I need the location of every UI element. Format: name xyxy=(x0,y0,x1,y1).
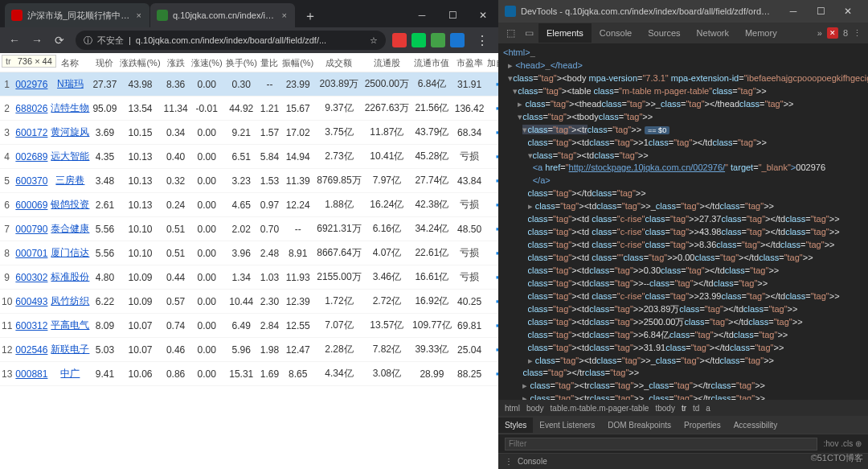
address-bar[interactable]: ⓘ 不安全 | q.10jqka.com.cn/index/index/boar… xyxy=(76,31,386,50)
tab-styles[interactable]: Styles xyxy=(498,418,533,433)
add-favorite-button[interactable]: ✚ xyxy=(496,223,498,236)
table-row[interactable]: 11600312平高电气8.0910.070.740.006.492.8412.… xyxy=(0,314,498,338)
reload-button[interactable]: ⟳ xyxy=(50,34,69,47)
close-icon[interactable]: × xyxy=(137,10,141,20)
browser-tab-1[interactable]: 沪深市场_同花顺行情中心_同花 × xyxy=(5,3,149,27)
ext-icon-1[interactable] xyxy=(392,33,407,47)
dom-line[interactable]: class="tag"><td class="c-rise"class="tag… xyxy=(503,290,863,303)
dt-minimize[interactable]: ─ xyxy=(780,6,807,17)
table-row[interactable]: 8000701厦门信达5.5610.100.510.003.962.488.91… xyxy=(0,241,498,265)
dom-line[interactable]: class="tag"></trclass="tag">> xyxy=(503,367,863,380)
dom-line[interactable]: class="tag"><td class="c-rise"class="tag… xyxy=(503,239,863,252)
dom-line[interactable]: ▾class="tag"><table class="m-table m-pag… xyxy=(503,85,863,98)
dom-line[interactable]: class="tag"><td class="c-rise"class="tag… xyxy=(503,226,863,239)
stock-code-link[interactable]: 600172 xyxy=(15,127,47,138)
stock-name-link[interactable]: N瑞玛 xyxy=(57,78,84,89)
stock-code-link[interactable]: 002976 xyxy=(15,79,47,90)
dom-line[interactable]: ▸ class="tag"><trclass="tag">>_class="ta… xyxy=(503,393,863,400)
dt-close[interactable]: ✕ xyxy=(834,6,862,17)
crumb-item[interactable]: tbody xyxy=(655,404,674,413)
stock-code-link[interactable]: 688026 xyxy=(15,103,47,114)
tab-accessibility[interactable]: Accessibility xyxy=(727,418,784,433)
add-favorite-button[interactable]: ✚ xyxy=(496,368,498,381)
col-header[interactable]: 量比 xyxy=(259,55,280,72)
browser-menu-button[interactable]: ⋮ xyxy=(471,33,493,48)
table-row[interactable]: 1002976N瑞玛27.3743.988.360.000.30--23.992… xyxy=(0,72,498,97)
table-row[interactable]: 2688026洁特生物95.0913.5411.34-0.0144.921.21… xyxy=(0,97,498,121)
stock-name-link[interactable]: 厦门信达 xyxy=(51,247,89,258)
dom-line[interactable]: ▸ class="tag"><theadclass="tag">>_class=… xyxy=(503,98,863,111)
error-count-badge[interactable]: ✕ xyxy=(827,27,838,39)
stock-name-link[interactable]: 凤竹纺织 xyxy=(51,295,89,306)
ext-icon-3[interactable] xyxy=(431,33,445,47)
add-favorite-button[interactable]: ✚ xyxy=(496,319,498,332)
table-row[interactable]: 9600302标准股份4.8010.090.440.001.341.0311.9… xyxy=(0,265,498,290)
dom-line[interactable]: class="tag"><tdclass="tag">>--class="tag… xyxy=(503,278,863,290)
stock-code-link[interactable]: 002546 xyxy=(15,344,47,356)
stock-name-link[interactable]: 洁特生物 xyxy=(51,102,89,113)
stock-name-link[interactable]: 远大智能 xyxy=(51,150,89,162)
col-header[interactable]: 流通市值 xyxy=(411,55,453,72)
console-drawer-toggle[interactable]: ⋮ xyxy=(505,457,513,466)
add-favorite-button[interactable]: ✚ xyxy=(496,199,498,212)
dom-line[interactable]: <a href="http://stockpage.10jqka.com.cn/… xyxy=(503,162,863,175)
stock-name-link[interactable]: 银鸽投资 xyxy=(51,199,89,210)
styles-filter-input[interactable] xyxy=(505,438,817,450)
table-row[interactable]: 6600069银鸽投资2.6110.130.240.004.650.9712.2… xyxy=(0,193,498,217)
stock-code-link[interactable]: 600069 xyxy=(15,200,47,211)
col-header[interactable]: 涨跌幅(%) xyxy=(118,55,162,72)
tab-console[interactable]: Console xyxy=(592,23,640,43)
dom-line[interactable]: class="tag"><td class=""class="tag">>0.0… xyxy=(503,252,863,265)
add-favorite-button[interactable]: ✚ xyxy=(496,247,498,260)
dom-line[interactable]: class="tag"><tdclass="tag">>0.30class="t… xyxy=(503,265,863,278)
dom-line[interactable]: </a> xyxy=(503,175,863,187)
stock-name-link[interactable]: 平高电气 xyxy=(51,319,89,331)
col-header[interactable]: 加自选 xyxy=(485,55,498,72)
tab-more[interactable]: » xyxy=(817,28,822,38)
stock-code-link[interactable]: 600302 xyxy=(15,272,47,283)
col-header[interactable]: 现价 xyxy=(91,55,118,72)
stock-code-link[interactable]: 600312 xyxy=(15,320,47,331)
tab-network[interactable]: Network xyxy=(689,23,737,43)
info-icon[interactable]: ⓘ xyxy=(84,35,92,47)
device-toolbar-icon[interactable]: ▭ xyxy=(520,27,538,39)
crumb-item[interactable]: body xyxy=(526,404,544,413)
dom-line[interactable]: class="tag"><td class="c-rise"class="tag… xyxy=(503,213,863,226)
inspect-element-icon[interactable]: ⬚ xyxy=(502,27,520,39)
add-favorite-button[interactable]: ✚ xyxy=(496,344,498,356)
table-row[interactable]: 7000790泰合健康5.5610.100.510.002.020.70--69… xyxy=(0,217,498,241)
dom-line[interactable]: class="tag"><tdclass="tag">>6.84亿class="… xyxy=(503,329,863,342)
add-favorite-button[interactable]: ✚ xyxy=(496,271,498,284)
stock-code-link[interactable]: 000790 xyxy=(15,224,47,235)
col-header[interactable]: 振幅(%) xyxy=(280,55,315,72)
tab-dom-breakpoints[interactable]: DOM Breakpoints xyxy=(601,418,678,433)
tab-memory[interactable]: Memory xyxy=(737,23,785,43)
stock-name-link[interactable]: 中广 xyxy=(60,368,80,379)
table-row[interactable]: 12002546新联电子5.0310.070.460.005.961.9812.… xyxy=(0,338,498,362)
stock-code-link[interactable]: 000881 xyxy=(15,368,47,380)
tab-event-listeners[interactable]: Event Listeners xyxy=(533,418,601,433)
tab-properties[interactable]: Properties xyxy=(678,418,727,433)
back-button[interactable]: ← xyxy=(5,34,24,47)
close-button[interactable]: ✕ xyxy=(468,3,498,27)
dom-line[interactable]: ▸ class="tag"><trclass="tag">>_class="ta… xyxy=(503,380,863,393)
minimize-button[interactable]: ─ xyxy=(407,3,437,27)
dt-maximize[interactable]: ☐ xyxy=(807,6,834,17)
dom-line[interactable]: class="tag"><tdclass="tag">>1class="tag"… xyxy=(503,137,863,150)
crumb-item[interactable]: td xyxy=(693,404,699,413)
add-favorite-button[interactable]: ✚ xyxy=(496,295,498,308)
add-favorite-button[interactable]: ✚ xyxy=(496,102,498,115)
new-tab-button[interactable]: ＋ xyxy=(299,5,321,27)
dom-line[interactable]: ▸ class="tag"><tdclass="tag">>_class="ta… xyxy=(503,200,863,213)
table-row[interactable]: 5600370三房巷3.4810.130.320.003.231.5311.39… xyxy=(0,169,498,193)
add-favorite-button[interactable]: ✚ xyxy=(496,175,498,187)
browser-tab-2[interactable]: q.10jqka.com.cn/index/index/ × xyxy=(150,3,295,27)
devtools-menu-icon[interactable]: ⋮ xyxy=(853,28,862,39)
table-wrapper[interactable]: 序代码名称现价涨跌幅(%)涨跌涨速(%)换手(%)量比振幅(%)成交额流通股流通… xyxy=(0,53,498,469)
maximize-button[interactable]: ☐ xyxy=(437,3,468,27)
stock-name-link[interactable]: 新联电子 xyxy=(51,344,89,355)
crumb-item[interactable]: a xyxy=(706,404,710,413)
crumb-item[interactable]: table.m-table.m-pager-table xyxy=(551,404,649,413)
dom-line[interactable]: ▸ <head>_</head> xyxy=(503,60,863,72)
add-favorite-button[interactable]: ✚ xyxy=(496,78,498,91)
